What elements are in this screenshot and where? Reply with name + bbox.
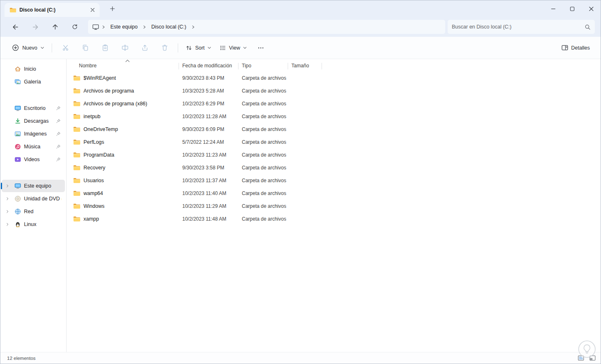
folder-icon: [10, 7, 16, 13]
back-button[interactable]: [8, 20, 22, 34]
chevron-right-icon[interactable]: [3, 197, 12, 201]
file-row[interactable]: Recovery 9/30/2023 3:58 PM Carpeta de ar…: [67, 161, 601, 174]
breadcrumb-item[interactable]: Disco local (C:): [149, 23, 189, 31]
file-row[interactable]: Windows 10/2/2023 11:29 AM Carpeta de ar…: [67, 200, 601, 212]
sort-icon: [186, 45, 192, 51]
copy-button[interactable]: [77, 40, 93, 55]
paste-button[interactable]: [97, 40, 113, 55]
sidebar-item-label: Red: [24, 209, 62, 214]
sidebar-item-dvd-drive[interactable]: Unidad de DVD (D:): [2, 193, 65, 205]
file-row[interactable]: $WinREAgent 9/30/2023 8:43 PM Carpeta de…: [67, 71, 601, 84]
details-pane-button[interactable]: Detalles: [557, 41, 594, 55]
search-icon[interactable]: [584, 24, 591, 30]
new-button[interactable]: Nuevo: [8, 41, 48, 55]
sidebar-item-galeria[interactable]: Galería: [2, 76, 65, 88]
file-row[interactable]: Archivos de programa 10/3/2023 5:28 AM C…: [67, 84, 601, 97]
cut-button[interactable]: [57, 40, 73, 55]
chevron-right-icon: [191, 25, 195, 29]
file-row[interactable]: Archivos de programa (x86) 10/2/2023 6:2…: [67, 97, 601, 110]
search-input[interactable]: [452, 24, 584, 30]
sidebar-item-label: Este equipo: [24, 183, 62, 189]
chevron-right-icon[interactable]: [3, 209, 12, 214]
file-row[interactable]: Usuarios 10/2/2023 11:37 AM Carpeta de a…: [67, 174, 601, 187]
refresh-button[interactable]: [68, 20, 82, 34]
file-row[interactable]: PerfLogs 5/7/2022 12:24 AM Carpeta de ar…: [67, 136, 601, 148]
file-type: Carpeta de archivos: [238, 88, 288, 94]
file-type: Carpeta de archivos: [238, 114, 288, 119]
folder-icon: [73, 88, 80, 94]
folder-icon: [73, 216, 80, 222]
maximize-button[interactable]: [563, 0, 582, 17]
chevron-right-icon: [143, 25, 146, 29]
file-type: Carpeta de archivos: [238, 152, 288, 158]
chevron-down-icon: [41, 46, 44, 50]
sidebar-item-musica[interactable]: Música: [2, 140, 65, 153]
file-type: Carpeta de archivos: [238, 101, 288, 107]
sidebar-item-label: Inicio: [24, 66, 62, 72]
explorer-tab[interactable]: Disco local (C:): [5, 3, 100, 17]
chevron-down-icon: [207, 46, 211, 50]
new-tab-button[interactable]: [106, 2, 119, 15]
sort-button[interactable]: Sort: [181, 41, 215, 55]
sidebar-item-videos[interactable]: Videos: [2, 153, 65, 166]
sidebar-item-label: Música: [24, 144, 53, 150]
rename-button[interactable]: [117, 40, 133, 55]
file-row[interactable]: xampp 10/2/2023 11:48 AM Carpeta de arch…: [67, 212, 601, 225]
sidebar-item-inicio[interactable]: Inicio: [2, 63, 65, 75]
breadcrumb[interactable]: Este equipo Disco local (C:): [88, 20, 445, 34]
sidebar-item-red[interactable]: Red: [2, 205, 65, 218]
file-row[interactable]: wamp64 10/2/2023 11:40 AM Carpeta de arc…: [67, 187, 601, 200]
sidebar-item-label: Escritorio: [24, 105, 53, 111]
sidebar-item-linux[interactable]: Linux: [2, 218, 65, 231]
up-button[interactable]: [48, 20, 62, 34]
file-list-pane: Nombre Fecha de modificación Tipo Tamaño…: [67, 59, 601, 352]
column-header-tamano[interactable]: Tamaño: [288, 63, 322, 71]
tab-close-icon[interactable]: [88, 5, 97, 14]
file-row[interactable]: ProgramData 10/2/2023 11:23 AM Carpeta d…: [67, 148, 601, 161]
breadcrumb-item[interactable]: Este equipo: [108, 23, 140, 31]
column-headers: Nombre Fecha de modificación Tipo Tamaño: [67, 59, 601, 71]
view-button[interactable]: View: [215, 41, 251, 55]
chevron-right-icon[interactable]: [3, 222, 12, 226]
music-icon: [14, 143, 21, 150]
folder-icon: [73, 126, 80, 132]
file-row[interactable]: OneDriveTemp 9/30/2023 6:09 PM Carpeta d…: [67, 123, 601, 136]
details-pane-icon: [561, 44, 568, 51]
thumbnail-view-toggle[interactable]: [587, 354, 597, 363]
titlebar: Disco local (C:): [0, 0, 601, 17]
view-icon: [219, 45, 226, 51]
file-date: 9/30/2023 3:58 PM: [179, 165, 238, 171]
delete-button[interactable]: [157, 40, 172, 55]
pin-icon: [56, 106, 62, 111]
chevron-right-icon[interactable]: [3, 184, 12, 188]
file-name: Archivos de programa (x86): [83, 101, 147, 107]
more-options-button[interactable]: [253, 40, 269, 55]
share-button[interactable]: [137, 40, 153, 55]
explorer-body: Inicio Galería Escritorio: [0, 59, 601, 352]
file-row[interactable]: inetpub 10/2/2023 11:28 AM Carpeta de ar…: [67, 110, 601, 123]
file-type: Carpeta de archivos: [238, 190, 288, 196]
tab-title: Disco local (C:): [19, 7, 85, 13]
file-name: inetpub: [83, 114, 100, 119]
divider: [178, 43, 178, 52]
sidebar-item-imagenes[interactable]: Imágenes: [2, 128, 65, 140]
close-button[interactable]: [582, 0, 601, 17]
sidebar-item-escritorio[interactable]: Escritorio: [2, 102, 65, 114]
desktop-icon: [14, 105, 21, 112]
file-type: Carpeta de archivos: [238, 75, 288, 81]
sidebar-item-descargas[interactable]: Descargas: [2, 115, 65, 127]
file-type: Carpeta de archivos: [238, 165, 288, 171]
column-header-tipo[interactable]: Tipo: [238, 63, 288, 71]
folder-icon: [73, 101, 80, 107]
minimize-button[interactable]: [544, 0, 563, 17]
sidebar-separator: [0, 88, 66, 102]
file-type: Carpeta de archivos: [238, 139, 288, 145]
file-type: Carpeta de archivos: [238, 203, 288, 209]
details-view-toggle[interactable]: [576, 354, 586, 363]
column-header-fecha[interactable]: Fecha de modificación: [179, 63, 238, 71]
sidebar-item-este-equipo[interactable]: Este equipo: [2, 180, 65, 192]
column-header-nombre[interactable]: Nombre: [73, 63, 179, 71]
forward-button[interactable]: [28, 20, 42, 34]
pin-icon: [56, 157, 62, 162]
file-date: 10/2/2023 11:29 AM: [179, 203, 238, 209]
